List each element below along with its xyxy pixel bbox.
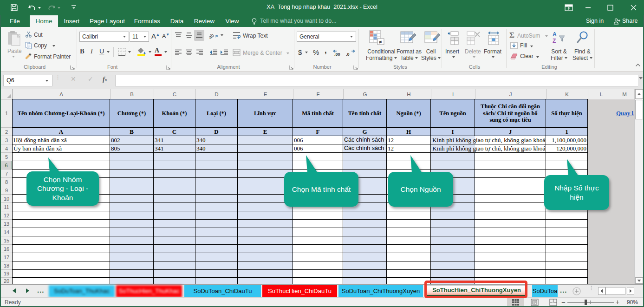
sheet-tab-SoDuToa[interactable]: SoDuToa xyxy=(532,285,558,297)
cell-D2[interactable]: D xyxy=(195,128,238,136)
cell-I14[interactable] xyxy=(431,228,475,236)
cell-E4[interactable] xyxy=(238,144,293,153)
borders-dropdown[interactable] xyxy=(128,51,131,53)
cell-B14[interactable] xyxy=(110,228,154,236)
cell-I1[interactable]: Tên nguồn xyxy=(431,99,475,128)
currency-dropdown[interactable] xyxy=(305,52,308,53)
cell-J14[interactable] xyxy=(475,228,546,236)
zoom-out-button[interactable]: − xyxy=(561,298,566,306)
cell-K15[interactable] xyxy=(546,236,588,245)
view-page-break-icon[interactable] xyxy=(549,299,557,306)
view-normal-icon[interactable] xyxy=(512,299,520,306)
cell-B5[interactable] xyxy=(110,153,154,161)
tab-home[interactable]: Home xyxy=(30,15,58,27)
cell-G3[interactable]: Các chính sách c xyxy=(343,136,387,144)
format-cells-icon[interactable] xyxy=(487,31,501,45)
cell-G1[interactable]: Tên tính chất xyxy=(343,99,387,128)
cell-K4[interactable]: 120,000,000 xyxy=(546,144,588,153)
tab-insert[interactable]: Insert xyxy=(59,15,84,27)
cell-H17[interactable] xyxy=(387,253,431,261)
cell-D3[interactable]: 340 xyxy=(195,136,238,144)
next-sheet-button[interactable] xyxy=(26,288,29,293)
cell-C8[interactable] xyxy=(154,178,195,186)
cell-D16[interactable] xyxy=(195,245,238,253)
align-center-icon[interactable] xyxy=(185,49,193,56)
row-header-16[interactable]: 16 xyxy=(1,245,13,253)
increase-font-icon[interactable]: A▲ xyxy=(151,32,160,40)
cell-K1[interactable]: Số thực hiện xyxy=(546,99,588,128)
cell-B18[interactable] xyxy=(110,261,154,270)
cell-C11[interactable] xyxy=(154,203,195,211)
cell-E13[interactable] xyxy=(238,220,293,228)
sort-filter-button[interactable]: Sort &Filter xyxy=(551,48,567,61)
cell-C3[interactable]: 341 xyxy=(154,136,195,144)
column-header-I[interactable]: I xyxy=(431,89,475,99)
cell-B20[interactable] xyxy=(110,278,154,284)
number-format-select[interactable]: General xyxy=(297,32,356,42)
borders-icon[interactable] xyxy=(118,48,126,56)
cell-K14[interactable] xyxy=(546,228,588,236)
cell-D18[interactable] xyxy=(195,261,238,270)
format-painter-icon[interactable] xyxy=(25,52,33,60)
cell-B7[interactable] xyxy=(110,170,154,178)
copy-icon[interactable] xyxy=(25,42,32,49)
cell-E15[interactable] xyxy=(238,236,293,245)
format-painter-button[interactable]: Format Painter xyxy=(34,53,71,60)
maximize-button[interactable] xyxy=(599,0,621,15)
back-link[interactable]: Quay lại xyxy=(616,110,635,118)
cell-E20[interactable] xyxy=(238,278,293,284)
font-color-dropdown[interactable] xyxy=(164,51,167,53)
cell-E16[interactable] xyxy=(238,245,293,253)
cell-E17[interactable] xyxy=(238,253,293,261)
column-header-A[interactable]: A xyxy=(13,89,111,99)
fill-color-dropdown[interactable] xyxy=(149,51,151,53)
cell-J5[interactable] xyxy=(475,153,546,161)
row-header-2[interactable]: 2 xyxy=(1,128,13,136)
fill-icon[interactable] xyxy=(510,42,518,49)
column-header-K[interactable]: K xyxy=(546,89,588,99)
tab-review[interactable]: Review xyxy=(190,15,219,27)
cell-J8[interactable] xyxy=(475,178,546,186)
sheet-tab-SoDuToan_ChiDauTu[interactable]: SoDuToan_ChiDauTu xyxy=(184,285,261,297)
cell-B15[interactable] xyxy=(110,236,154,245)
expand-formula-bar-icon[interactable] xyxy=(639,77,643,79)
cell-H12[interactable] xyxy=(387,211,431,220)
new-sheet-button[interactable] xyxy=(572,287,581,295)
sort-filter-icon[interactable]: AZ xyxy=(553,31,566,44)
cell-I2[interactable]: I xyxy=(431,128,475,136)
zoom-level[interactable]: 90% xyxy=(623,299,642,306)
sheet-tab-SoDuToan_ChiThuongXuyen[interactable]: SoDuToan_ChiThuongXuyen xyxy=(338,285,423,297)
underline-dropdown[interactable] xyxy=(107,51,110,53)
cell-J12[interactable] xyxy=(475,211,546,220)
cell-I19[interactable] xyxy=(431,270,475,278)
underline-button[interactable]: U xyxy=(99,47,104,55)
cell-G12[interactable] xyxy=(343,211,387,220)
cell-J7[interactable] xyxy=(475,170,546,178)
zoom-in-button[interactable]: + xyxy=(616,298,619,306)
insert-function-icon[interactable]: fx xyxy=(103,75,107,83)
decrease-font-icon[interactable]: A▼ xyxy=(162,33,169,39)
insert-cells-icon[interactable] xyxy=(448,31,462,45)
scroll-up-button[interactable] xyxy=(635,89,643,99)
cell-K18[interactable] xyxy=(546,261,588,270)
cell-B16[interactable] xyxy=(110,245,154,253)
align-top-icon[interactable] xyxy=(175,32,182,39)
cell-B4[interactable]: 805 xyxy=(110,144,154,153)
cell-C14[interactable] xyxy=(154,228,195,236)
row-header-4[interactable]: 4 xyxy=(1,144,13,153)
cell-D17[interactable] xyxy=(195,253,238,261)
fill-color-icon[interactable] xyxy=(137,47,147,56)
prev-sheet-button[interactable] xyxy=(13,288,16,293)
cell-G2[interactable]: G xyxy=(343,128,387,136)
paste-dropdown[interactable] xyxy=(12,56,15,58)
cell-A17[interactable] xyxy=(13,253,110,261)
cell-A1[interactable]: Tên nhóm Chương-Loại-Khoản (*) xyxy=(13,99,110,128)
row-header-12[interactable]: 12 xyxy=(1,211,13,220)
row-header-15[interactable]: 15 xyxy=(1,236,13,245)
sheet-tab-SoThucHien_ChiDauTu[interactable]: SoThucHien_ChiDauTu xyxy=(262,285,337,297)
cell-D4[interactable]: 340 xyxy=(195,144,238,153)
cell-A18[interactable] xyxy=(13,261,110,270)
align-right-icon[interactable] xyxy=(196,49,203,56)
cut-button[interactable]: Cut xyxy=(34,32,43,38)
orientation-dropdown[interactable] xyxy=(221,34,223,36)
